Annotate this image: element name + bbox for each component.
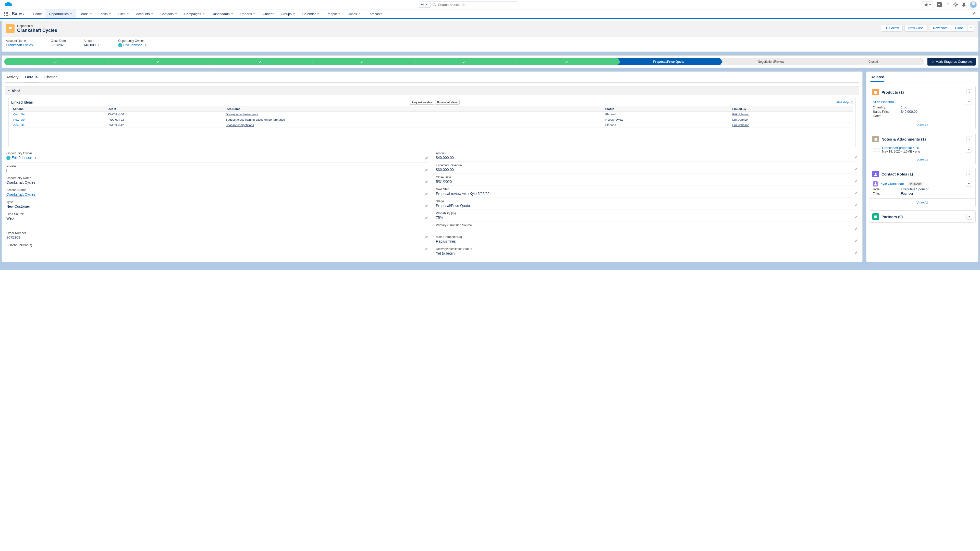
change-owner-icon[interactable] xyxy=(34,156,37,159)
checkbox[interactable] xyxy=(6,168,10,172)
change-owner-icon[interactable] xyxy=(144,44,147,47)
tab-related[interactable]: Related xyxy=(870,75,884,82)
edit-field-button[interactable] xyxy=(425,192,428,197)
nav-item-groups[interactable]: Groups xyxy=(277,10,299,18)
search-scope-selector[interactable]: All xyxy=(418,2,430,8)
user-avatar[interactable] xyxy=(970,1,977,8)
setup-gear-icon[interactable] xyxy=(953,2,958,7)
nav-item-cases[interactable]: Cases xyxy=(344,10,364,18)
path-stage-done[interactable] xyxy=(107,58,209,65)
new-note-button[interactable]: New Note xyxy=(929,24,951,32)
path-stage-done[interactable] xyxy=(311,58,414,65)
nav-item-tasks[interactable]: Tasks xyxy=(95,10,115,18)
idea-name-link[interactable]: Sponsor competitions xyxy=(226,124,254,127)
contact-roles-card-menu[interactable] xyxy=(966,171,972,177)
products-title[interactable]: Products (1) xyxy=(881,90,904,94)
contact-link[interactable]: Kyle Crankshaft xyxy=(880,182,904,186)
help-icon[interactable]: ? xyxy=(945,2,950,7)
nav-item-leads[interactable]: Leads xyxy=(76,10,95,18)
path-stage-done[interactable] xyxy=(4,58,107,65)
edit-nav-button[interactable] xyxy=(972,12,976,16)
tab-details[interactable]: Details xyxy=(25,75,38,83)
edit-field-button[interactable] xyxy=(425,204,428,208)
idea-del-link[interactable]: Del xyxy=(21,124,25,127)
products-card-menu[interactable] xyxy=(966,89,972,95)
path-stage-done[interactable] xyxy=(209,58,311,65)
path-stage-open[interactable]: Closed xyxy=(822,58,924,65)
notes-view-all[interactable]: View All xyxy=(916,158,928,162)
products-view-all[interactable]: View All xyxy=(916,123,928,127)
help-icon[interactable]: ? xyxy=(850,101,853,104)
global-search-input[interactable] xyxy=(431,1,517,8)
edit-field-button[interactable] xyxy=(425,180,428,184)
favorites-button[interactable] xyxy=(922,1,933,8)
nav-item-calendar[interactable]: Calendar xyxy=(299,10,323,18)
edit-field-button[interactable] xyxy=(854,191,858,196)
clone-button[interactable]: Clone xyxy=(951,24,967,32)
nav-item-chatter[interactable]: Chatter xyxy=(259,10,277,18)
browse-ideas-button[interactable]: Browse all ideas xyxy=(435,100,460,105)
edit-field-button[interactable] xyxy=(854,179,858,184)
aha-section-header[interactable]: Aha! xyxy=(5,86,859,95)
field-link[interactable]: Erik Johnson xyxy=(11,156,32,160)
idea-name-link[interactable]: Suggest cross training based on performa… xyxy=(226,118,285,121)
path-stage-done[interactable] xyxy=(413,58,515,65)
aha-help-link[interactable]: Aha! Help xyxy=(836,101,849,104)
edit-field-button[interactable] xyxy=(854,167,858,171)
nav-item-home[interactable]: Home xyxy=(29,10,45,18)
request-idea-button[interactable]: Request an idea xyxy=(410,100,434,105)
nav-item-forecasts[interactable]: Forecasts xyxy=(364,10,386,18)
path-stage-done[interactable] xyxy=(515,58,618,65)
edit-field-button[interactable] xyxy=(425,156,428,161)
product-item-menu[interactable] xyxy=(966,99,972,105)
contact-item-menu[interactable] xyxy=(966,181,972,187)
nav-item-contacts[interactable]: Contacts xyxy=(157,10,181,18)
attachment-item-menu[interactable] xyxy=(966,147,972,152)
nav-item-accounts[interactable]: Accounts xyxy=(132,10,157,18)
idea-linkedby-link[interactable]: Erik Johnson xyxy=(732,118,749,121)
product-link[interactable]: SLA: Platinum xyxy=(873,100,894,104)
nav-item-campaigns[interactable]: Campaigns xyxy=(181,10,208,18)
idea-linkedby-link[interactable]: Erik Johnson xyxy=(732,124,749,127)
edit-field-button[interactable] xyxy=(425,168,428,172)
edit-field-button[interactable] xyxy=(854,156,858,160)
app-launcher-icon[interactable] xyxy=(4,12,8,16)
idea-view-link[interactable]: View xyxy=(13,124,19,127)
summary-account-link[interactable]: Crankshaft Cycles xyxy=(6,43,33,47)
idea-del-link[interactable]: Del xyxy=(21,118,25,121)
mark-stage-complete-button[interactable]: Mark Stage as Complete xyxy=(928,58,976,65)
path-stage-open[interactable]: Negotiation/Review xyxy=(720,58,822,65)
idea-view-link[interactable]: View xyxy=(13,118,19,121)
new-case-button[interactable]: New Case xyxy=(904,24,928,32)
field-link[interactable]: Crankshaft Cycles xyxy=(6,192,35,197)
edit-field-button[interactable] xyxy=(854,203,858,208)
nav-item-dashboards[interactable]: Dashboards xyxy=(208,10,237,18)
notifications-bell-icon[interactable] xyxy=(962,2,966,7)
nav-item-reports[interactable]: Reports xyxy=(237,10,259,18)
partners-card-menu[interactable] xyxy=(966,214,972,220)
contact-roles-title[interactable]: Contact Roles (1) xyxy=(881,172,913,176)
nav-item-opportunities[interactable]: Opportunities xyxy=(45,10,76,19)
nav-item-people[interactable]: People xyxy=(323,10,344,18)
edit-field-button[interactable] xyxy=(425,216,428,221)
follow-button[interactable]: Follow xyxy=(881,24,903,32)
edit-field-button[interactable] xyxy=(854,239,858,243)
tab-activity[interactable]: Activity xyxy=(6,75,19,83)
idea-del-link[interactable]: Del xyxy=(21,113,25,116)
contacts-view-all[interactable]: View All xyxy=(916,201,928,205)
nav-item-files[interactable]: Files xyxy=(115,10,132,18)
idea-view-link[interactable]: View xyxy=(13,113,19,116)
path-stage-current[interactable]: Proposal/Price Quote xyxy=(617,58,720,65)
edit-field-button[interactable] xyxy=(425,235,428,240)
notes-title[interactable]: Notes & Attachments (1) xyxy=(881,137,926,141)
more-actions-button[interactable] xyxy=(967,24,974,32)
tab-chatter[interactable]: Chatter xyxy=(45,75,57,83)
edit-field-button[interactable] xyxy=(854,215,858,220)
notes-card-menu[interactable] xyxy=(966,136,972,142)
idea-linkedby-link[interactable]: Erik Johnson xyxy=(732,113,749,116)
partners-title[interactable]: Partners (0) xyxy=(881,214,903,219)
salesforce-logo-icon[interactable] xyxy=(3,1,13,8)
edit-field-button[interactable] xyxy=(425,247,428,251)
edit-field-button[interactable] xyxy=(854,251,858,256)
edit-field-button[interactable] xyxy=(854,227,858,231)
